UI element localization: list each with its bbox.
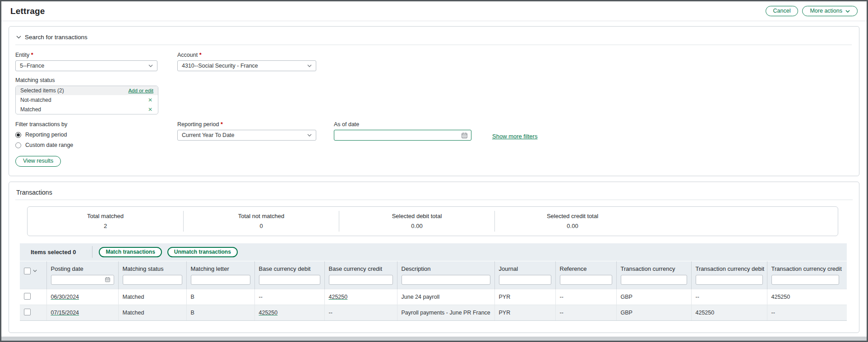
column-transaction-currency-debit: Transaction currency debit bbox=[691, 261, 767, 289]
remove-icon[interactable]: ✕ bbox=[148, 97, 152, 103]
summary-value: 0.00 bbox=[339, 223, 494, 229]
journal-cell: PYR bbox=[494, 289, 555, 305]
matching-status-cell: Matched bbox=[118, 305, 186, 320]
row-select-cell bbox=[20, 305, 46, 320]
transactions-table: Posting date Matching status bbox=[20, 261, 847, 321]
base-currency-debit-link[interactable]: 425250 bbox=[259, 310, 278, 316]
select-menu-chevron-icon[interactable] bbox=[33, 269, 37, 272]
posting-date-filter-input[interactable] bbox=[55, 276, 105, 283]
show-more-filters-link[interactable]: Show more filters bbox=[492, 133, 537, 140]
column-transaction-currency-credit: Transaction currency credit bbox=[767, 261, 847, 289]
column-label: Posting date bbox=[51, 265, 114, 272]
column-posting-date: Posting date bbox=[46, 261, 118, 289]
radio-custom-date-range-label: Custom date range bbox=[25, 142, 73, 148]
search-section-header[interactable]: Search for transactions bbox=[15, 30, 852, 45]
column-label: Matching status bbox=[123, 265, 182, 272]
matching-status-filter-input[interactable] bbox=[123, 275, 182, 285]
matching-status-item-label: Matched bbox=[20, 106, 41, 113]
summary-label: Total matched bbox=[28, 213, 183, 219]
reporting-period-select[interactable]: Current Year To Date bbox=[177, 130, 316, 141]
matching-letter-cell: B bbox=[186, 305, 254, 320]
summary-selected-debit-total: Selected debit total 0.00 bbox=[339, 211, 494, 232]
row-select-cell bbox=[20, 289, 46, 305]
row-checkbox[interactable] bbox=[24, 309, 31, 315]
journal-filter-input[interactable] bbox=[499, 275, 551, 285]
entity-value: 5--France bbox=[20, 63, 44, 69]
account-field: Account 4310--Social Security - France bbox=[177, 52, 316, 71]
header-actions: Cancel More actions bbox=[766, 6, 858, 17]
base-currency-debit-cell: -- bbox=[254, 289, 324, 305]
row-checkbox[interactable] bbox=[24, 293, 31, 300]
posting-date-link[interactable]: 07/15/2024 bbox=[51, 310, 79, 316]
filter-transactions-by-field: Filter transactions by Reporting period … bbox=[15, 121, 177, 148]
radio-reporting-period-label: Reporting period bbox=[25, 132, 67, 138]
transaction-currency-credit-cell: 425250 bbox=[767, 289, 847, 305]
chevron-down-icon bbox=[845, 10, 850, 13]
column-transaction-currency: Transaction currency bbox=[616, 261, 691, 289]
transaction-currency-debit-cell: -- bbox=[691, 289, 767, 305]
reporting-period-label: Reporting period bbox=[177, 121, 316, 128]
cancel-button[interactable]: Cancel bbox=[766, 6, 799, 17]
transaction-currency-cell: GBP bbox=[616, 305, 691, 320]
account-select[interactable]: 4310--Social Security - France bbox=[177, 60, 316, 71]
base-currency-credit-link[interactable]: 425250 bbox=[329, 294, 348, 300]
matching-status-box: Selected items (2) Add or edit Not-match… bbox=[15, 86, 158, 114]
column-label: Reference bbox=[560, 265, 612, 272]
calendar-icon[interactable] bbox=[461, 132, 468, 139]
radio-unselected-icon bbox=[15, 142, 21, 148]
add-or-edit-link[interactable]: Add or edit bbox=[128, 88, 153, 93]
match-transactions-button[interactable]: Match transactions bbox=[99, 247, 162, 257]
column-label: Journal bbox=[499, 265, 551, 272]
chevron-down-icon bbox=[307, 64, 312, 67]
transactions-card: Transactions Total matched 2 Total not m… bbox=[9, 182, 859, 333]
description-filter-input[interactable] bbox=[402, 275, 490, 285]
chevron-down-icon bbox=[148, 64, 153, 67]
more-actions-button[interactable]: More actions bbox=[802, 6, 858, 17]
select-column-header bbox=[20, 261, 46, 289]
as-of-date-input[interactable] bbox=[337, 132, 461, 139]
reporting-period-value: Current Year To Date bbox=[182, 132, 235, 138]
collapse-chevron-icon bbox=[16, 36, 21, 39]
base-currency-credit-filter-input[interactable] bbox=[329, 275, 393, 285]
radio-selected-icon bbox=[15, 132, 21, 138]
column-matching-status: Matching status bbox=[118, 261, 186, 289]
base-currency-debit-filter-input[interactable] bbox=[259, 275, 320, 285]
transaction-currency-credit-filter-input[interactable] bbox=[771, 275, 839, 285]
unmatch-transactions-button[interactable]: Unmatch transactions bbox=[167, 247, 238, 257]
column-base-currency-credit: Base currency credit bbox=[324, 261, 397, 289]
summary-selected-credit-total: Selected credit total 0.00 bbox=[494, 211, 650, 232]
view-results-button[interactable]: View results bbox=[15, 156, 61, 167]
transaction-currency-filter-input[interactable] bbox=[621, 275, 687, 285]
as-of-date-label: As of date bbox=[334, 121, 471, 128]
more-actions-label: More actions bbox=[810, 8, 842, 14]
horizontal-scrollbar[interactable] bbox=[1, 337, 867, 341]
select-all-checkbox[interactable] bbox=[24, 268, 31, 274]
matching-letter-filter-input[interactable] bbox=[191, 275, 250, 285]
table-header-row: Posting date Matching status bbox=[20, 261, 847, 289]
search-section-title: Search for transactions bbox=[25, 34, 88, 41]
table-toolbar: Items selected 0 Match transactions Unma… bbox=[20, 243, 847, 261]
remove-icon[interactable]: ✕ bbox=[148, 107, 152, 112]
reference-filter-input[interactable] bbox=[560, 275, 612, 285]
summary-value: 0.00 bbox=[495, 223, 650, 229]
posting-date-filter bbox=[51, 275, 114, 285]
summary-label: Total not matched bbox=[184, 213, 339, 219]
radio-reporting-period[interactable]: Reporting period bbox=[15, 132, 177, 138]
summary-box: Total matched 2 Total not matched 0 Sele… bbox=[27, 206, 838, 236]
transaction-currency-debit-filter-input[interactable] bbox=[696, 275, 763, 285]
radio-custom-date-range[interactable]: Custom date range bbox=[15, 142, 177, 148]
transaction-currency-credit-cell: -- bbox=[767, 305, 847, 320]
column-label: Description bbox=[402, 265, 490, 272]
column-matching-letter: Matching letter bbox=[186, 261, 254, 289]
journal-cell: PYR bbox=[494, 305, 555, 320]
as-of-date-field: As of date bbox=[334, 121, 471, 148]
summary-total-not-matched: Total not matched 0 bbox=[183, 211, 339, 232]
page-title: Lettrage bbox=[10, 6, 45, 16]
calendar-icon[interactable] bbox=[105, 277, 111, 283]
base-currency-credit-cell: -- bbox=[324, 305, 397, 320]
posting-date-link[interactable]: 06/30/2024 bbox=[51, 294, 79, 300]
column-label: Matching letter bbox=[191, 265, 250, 272]
entity-select[interactable]: 5--France bbox=[15, 60, 157, 71]
summary-value: 0 bbox=[184, 223, 339, 229]
transactions-section-title: Transactions bbox=[15, 188, 853, 200]
